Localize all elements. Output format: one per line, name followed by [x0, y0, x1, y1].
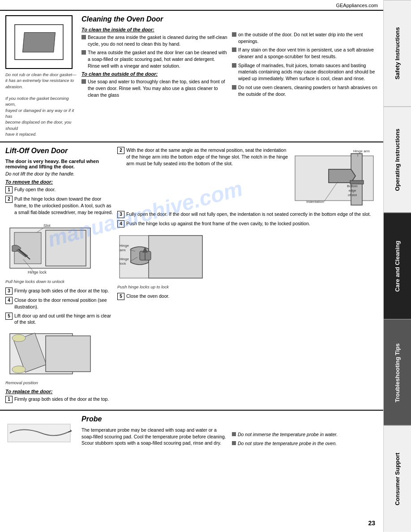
hinge-detail-svg: Hinge arm Bottom edge of slot Indentatio… [293, 147, 376, 207]
sidebar-tab-troubleshooting[interactable]: Troubleshooting Tips [384, 319, 411, 426]
inside-bullet-2: The area outside the gasket and the door… [81, 49, 227, 69]
svg-rect-34 [8, 424, 70, 442]
svg-text:Indentation: Indentation [306, 200, 324, 204]
sidebar-tab-care[interactable]: Care and Cleaning [384, 213, 411, 319]
probe-bullet-2: Do not store the temperature probe in th… [232, 440, 378, 447]
probe-col-left: Probe The temperature probe may be clean… [81, 415, 227, 449]
hinge-lock-illustration: Slot Hinge lock Pull hinge locks down to… [5, 219, 113, 284]
svg-rect-24 [149, 236, 202, 278]
step-number: 4 [5, 297, 13, 304]
remove-step-2: 2 Pull the hinge locks down toward the d… [5, 196, 113, 215]
oven-door-image [5, 15, 73, 69]
hinge-lock-up-label: Push hinge locks up to lock [117, 284, 169, 289]
outside-door-title: To clean the outside of the door: [81, 71, 227, 77]
bullet-icon [81, 79, 86, 84]
sidebar-tab-operating[interactable]: Operating Instructions [384, 107, 411, 213]
step-number: 5 [5, 313, 13, 320]
oven-door-section: Do not rub or clean the door gasket— it … [0, 11, 383, 142]
hinge-detail-diagram: Hinge arm Bottom edge of slot Indentatio… [293, 147, 378, 208]
lift-off-warning: The door is very heavy. Be careful when … [5, 159, 113, 169]
step-number: 3 [5, 287, 13, 295]
oven-window [22, 32, 56, 52]
svg-text:of slot: of slot [348, 193, 357, 197]
probe-left [5, 415, 77, 449]
svg-text:Hinge arm: Hinge arm [353, 149, 370, 153]
replace-step-1: 1 Firmly grasp both sides of the door at… [5, 396, 113, 403]
outside-bullet-1: Use soap and water to thoroughly clean t… [81, 78, 227, 98]
bullet-icon [232, 441, 236, 445]
bullet-icon [81, 50, 86, 55]
remove-step-3: 3 Firmly grasp both sides of the door at… [5, 287, 113, 295]
step-number: 3 [117, 211, 124, 218]
probe-col-right: Do not immerse the temperature probe in … [232, 415, 378, 449]
hinge-lock-svg: Slot Hinge lock [5, 219, 99, 277]
remove-step-1: 1 Fully open the door. [5, 186, 113, 193]
step-number: 1 [5, 186, 13, 193]
lift-off-note: Do not lift the door by the handle. [5, 171, 113, 176]
right-step-2-text: 2 With the door at the same angle as the… [117, 147, 289, 208]
step-number: 2 [117, 147, 124, 154]
right-bullet-4: Do not use oven cleaners, cleaning powde… [232, 84, 378, 97]
oven-inner-frame [14, 24, 64, 60]
inside-bullet-1: Because the area inside the gasket is cl… [81, 34, 227, 47]
removal-label: Removal position [5, 380, 38, 385]
removal-svg [5, 329, 99, 378]
svg-point-12 [12, 366, 26, 373]
bullet-icon [232, 85, 236, 90]
sidebar: Safety Instructions Operating Instructio… [383, 0, 411, 532]
svg-text:lock: lock [120, 262, 126, 266]
website-url: GEAppliances.com [336, 3, 378, 8]
oven-door-caption: Do not rub or clean the door gasket— it … [5, 72, 77, 137]
svg-marker-36 [70, 429, 72, 432]
right-step-3: 3 Fully open the door. If the door will … [117, 211, 378, 218]
removal-illustration: Removal position [5, 329, 113, 385]
probe-title: Probe [81, 415, 227, 423]
svg-point-11 [12, 335, 26, 342]
lift-off-right: 2 With the door at the same angle as the… [117, 147, 378, 405]
svg-rect-10 [46, 336, 90, 372]
sidebar-tab-consumer[interactable]: Consumer Support [384, 425, 411, 532]
bullet-icon [81, 35, 86, 39]
right-bullet-2: If any stain on the door vent trim is pe… [232, 47, 378, 60]
oven-door-col-right: on the outside of the door. Do not let w… [232, 15, 378, 137]
svg-text:Hinge: Hinge [120, 257, 129, 261]
bullet-icon [232, 47, 236, 52]
hinge-lock-up-svg: Hinge arm Hinge lock [117, 231, 209, 283]
step-number: 2 [5, 196, 13, 203]
probe-bullet-1: Do not immerse the temperature probe in … [232, 431, 378, 438]
hinge-lock-label: Pull hinge locks down to unlock [5, 279, 64, 284]
probe-text: The temperature probe may be cleaned wit… [81, 427, 227, 446]
right-step-5: 5 Close the oven door. [117, 293, 378, 300]
lift-off-section: Lift-Off Oven Door The door is very heav… [0, 142, 383, 411]
remove-step-5: 5 Lift door up and out until the hinge a… [5, 313, 113, 326]
replace-door-title: To replace the door: [5, 389, 113, 394]
inside-door-title: To clean the inside of the door: [81, 27, 227, 32]
oven-door-right: Cleaning the Oven Door To clean the insi… [81, 15, 378, 137]
right-numbered-2: 2 With the door at the same angle as the… [117, 147, 289, 167]
svg-rect-15 [350, 180, 364, 184]
svg-text:Slot: Slot [43, 223, 51, 228]
probe-right: Probe The temperature probe may be clean… [81, 415, 378, 449]
right-step-4: 4 Push the hinge locks up against the fr… [117, 220, 378, 227]
remove-step-4: 4 Close door to the door removal positio… [5, 297, 113, 310]
bullet-icon [232, 432, 236, 436]
oven-door-col-left: Cleaning the Oven Door To clean the insi… [81, 15, 227, 137]
oven-door-section-title: Cleaning the Oven Door [81, 15, 227, 23]
oven-door-left: Do not rub or clean the door gasket— it … [5, 15, 77, 137]
right-step-2-row: 2 With the door at the same angle as the… [117, 147, 378, 208]
header: GEAppliances.com [0, 0, 383, 11]
bullet-icon [232, 32, 236, 37]
svg-text:arm: arm [120, 248, 126, 252]
step-number: 4 [117, 220, 124, 227]
step-number: 5 [117, 293, 124, 300]
remove-door-title: To remove the door: [5, 179, 113, 184]
svg-text:Hinge lock: Hinge lock [28, 270, 47, 275]
hinge-lock-up-illustration: Hinge arm Hinge lock Push hinge locks up… [117, 231, 378, 289]
svg-text:Bottom: Bottom [347, 184, 358, 188]
sidebar-tab-safety[interactable]: Safety Instructions [384, 0, 411, 107]
page-number: 23 [368, 519, 375, 527]
lift-off-left: Lift-Off Oven Door The door is very heav… [5, 147, 113, 405]
probe-section: Probe The temperature probe may be clean… [0, 411, 383, 453]
svg-rect-2 [46, 230, 86, 266]
right-bullet-1: on the outside of the door. Do not let w… [232, 31, 378, 44]
